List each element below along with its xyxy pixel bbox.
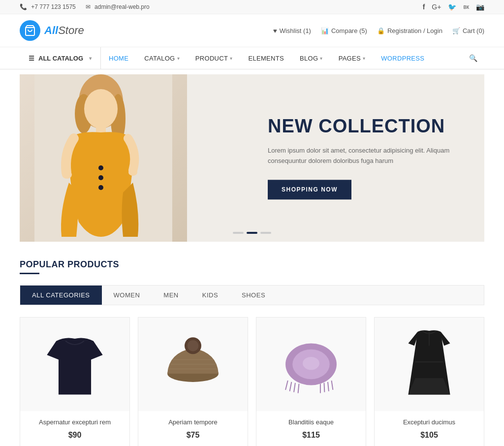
- product-card-2[interactable]: Aperiam tempore $75: [138, 317, 248, 446]
- svg-point-5: [84, 89, 118, 128]
- nav-elements-label: ELEMENTS: [249, 55, 284, 62]
- tab-shoes-label: SHOES: [242, 291, 265, 299]
- all-catalog-menu[interactable]: ☰ ALL CATALOG ▾: [20, 47, 101, 69]
- compare-action[interactable]: 📊 Compare (5): [321, 27, 367, 34]
- hero-dot-3[interactable]: [260, 232, 271, 234]
- product-image-2: [138, 318, 248, 411]
- hero-dot-2[interactable]: [247, 232, 257, 234]
- auth-action[interactable]: 🔒 Registration / Login: [377, 27, 442, 34]
- product-info-4: Excepturi ducimus $105: [375, 411, 484, 446]
- search-icon: 🔍: [469, 54, 477, 62]
- header: AllStore ♥ Wishlist (1) 📊 Compare (5) 🔒 …: [0, 14, 504, 47]
- nav-blog-label: BLOG: [300, 55, 318, 62]
- vk-icon[interactable]: вк: [463, 3, 469, 10]
- nav-home-label: HOME: [109, 55, 128, 62]
- logo-text: AllStore: [44, 24, 84, 37]
- product-card-3[interactable]: Blanditiis eaque $115: [256, 317, 366, 446]
- nav-wordpress-label: WORDPRESS: [381, 55, 424, 62]
- logo-thin: Store: [58, 24, 84, 36]
- catalog-label: ALL CATALOG: [38, 55, 83, 62]
- logo[interactable]: AllStore: [20, 20, 84, 41]
- tab-kids[interactable]: KIDS: [190, 286, 230, 305]
- shopping-now-button[interactable]: SHOPPING NOW: [268, 180, 351, 200]
- tab-women[interactable]: WOMEN: [102, 286, 152, 305]
- product-name-2: Aperiam tempore: [143, 418, 243, 427]
- nav-product[interactable]: PRODUCT ▾: [188, 47, 241, 69]
- phone-number: +7 777 123 1575: [31, 3, 75, 10]
- cart-label: Cart (0): [463, 27, 484, 34]
- hero-content: NEW COLLECTION Lorem ipsum dolor sit ame…: [268, 116, 455, 199]
- phone-info: +7 777 123 1575: [20, 3, 76, 10]
- product-card-1[interactable]: Aspernatur excepturi rem $90: [20, 317, 130, 446]
- product-image-3: [256, 318, 366, 411]
- product-info-3: Blanditiis eaque $115: [256, 411, 366, 446]
- heart-icon: ♥: [273, 27, 277, 34]
- svg-point-11: [128, 169, 137, 176]
- hero-title: NEW COLLECTION: [268, 116, 455, 137]
- nav-wordpress[interactable]: WORDPRESS: [373, 47, 432, 69]
- product-price-3: $115: [261, 431, 361, 440]
- wishlist-action[interactable]: ♥ Wishlist (1): [273, 27, 311, 34]
- top-bar: +7 777 123 1575 admin@real-web.pro f G+ …: [0, 0, 504, 14]
- nav-home[interactable]: HOME: [101, 47, 136, 69]
- product-image-1: [20, 318, 129, 411]
- svg-point-31: [303, 357, 319, 370]
- googleplus-icon[interactable]: G+: [432, 3, 441, 11]
- scarf-svg: [261, 322, 361, 406]
- product-price-4: $105: [379, 431, 479, 440]
- cart-action[interactable]: 🛒 Cart (0): [452, 27, 484, 34]
- menu-icon: ☰: [29, 55, 34, 62]
- email-info: admin@real-web.pro: [86, 3, 150, 10]
- hero-banner: NEW COLLECTION Lorem ipsum dolor sit ame…: [20, 74, 484, 242]
- search-button[interactable]: 🔍: [462, 47, 484, 69]
- svg-point-7: [98, 165, 103, 170]
- tab-all-categories-label: ALL CATEGORIES: [32, 291, 90, 299]
- hero-dot-1[interactable]: [233, 232, 244, 234]
- wishlist-label: Wishlist (1): [280, 27, 311, 34]
- product-card-4[interactable]: Excepturi ducimus $105: [374, 317, 484, 446]
- tab-men[interactable]: MEN: [152, 286, 190, 305]
- svg-point-8: [98, 175, 103, 180]
- product-name-3: Blanditiis eaque: [261, 418, 361, 427]
- product-info-2: Aperiam tempore $75: [138, 411, 248, 446]
- svg-point-16: [188, 340, 199, 351]
- hero-image: [20, 74, 187, 242]
- auth-label: Registration / Login: [387, 27, 442, 34]
- product-grid: Aspernatur excepturi rem $90: [20, 317, 484, 446]
- popular-products-section: POPULAR PRODUCTS ALL CATEGORIES WOMEN ME…: [0, 242, 504, 446]
- section-underline: [20, 273, 39, 274]
- nav-links: HOME CATALOG ▾ PRODUCT ▾ ELEMENTS BLOG ▾…: [101, 47, 462, 69]
- nav-catalog[interactable]: CATALOG ▾: [136, 47, 188, 69]
- product-tabs: ALL CATEGORIES WOMEN MEN KIDS SHOES: [20, 285, 484, 305]
- top-bar-left: +7 777 123 1575 admin@real-web.pro: [20, 3, 150, 10]
- hat-svg: [143, 322, 243, 406]
- facebook-icon[interactable]: f: [423, 3, 425, 11]
- svg-point-9: [98, 185, 103, 190]
- catalog-chevron-icon: ▾: [89, 56, 92, 61]
- tshirt-svg: [25, 322, 125, 406]
- nav-pages-label: PAGES: [339, 55, 361, 62]
- tab-women-label: WOMEN: [114, 291, 140, 299]
- catalog-nav-chevron-icon: ▾: [177, 56, 180, 61]
- nav-elements[interactable]: ELEMENTS: [241, 47, 292, 69]
- compare-icon: 📊: [321, 27, 329, 34]
- product-name-1: Aspernatur excepturi rem: [25, 418, 125, 427]
- nav-pages[interactable]: PAGES ▾: [331, 47, 374, 69]
- instagram-icon[interactable]: 📷: [476, 3, 484, 11]
- tab-shoes[interactable]: SHOES: [230, 286, 277, 305]
- email-address: admin@real-web.pro: [94, 3, 150, 10]
- blog-chevron-icon: ▾: [320, 56, 322, 61]
- product-image-4: [375, 318, 484, 411]
- tab-kids-label: KIDS: [202, 291, 218, 299]
- pages-chevron-icon: ▾: [363, 56, 365, 61]
- popular-products-title: POPULAR PRODUCTS: [20, 259, 484, 270]
- twitter-icon[interactable]: 🐦: [448, 3, 456, 11]
- tab-men-label: MEN: [163, 291, 178, 299]
- svg-line-28: [324, 383, 324, 392]
- product-name-4: Excepturi ducimus: [379, 418, 479, 427]
- tab-all-categories[interactable]: ALL CATEGORIES: [20, 286, 102, 305]
- nav-blog[interactable]: BLOG ▾: [292, 47, 331, 69]
- product-price-2: $75: [143, 431, 243, 440]
- svg-point-10: [62, 171, 72, 179]
- product-info-1: Aspernatur excepturi rem $90: [20, 411, 129, 446]
